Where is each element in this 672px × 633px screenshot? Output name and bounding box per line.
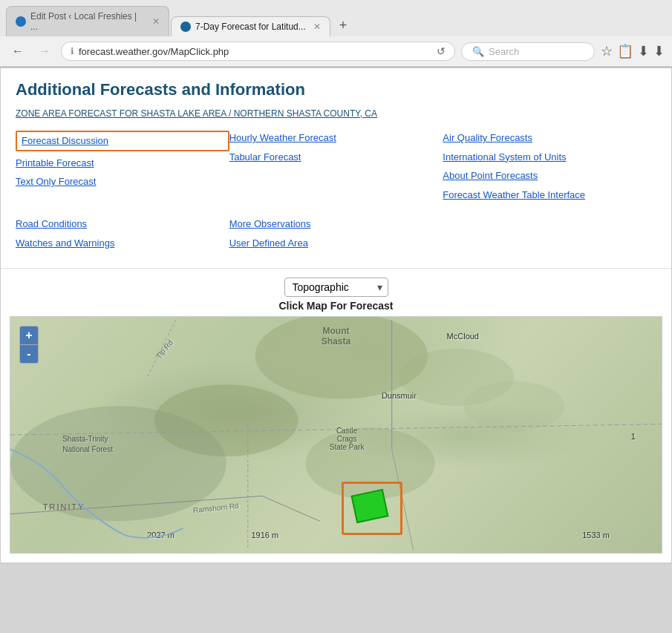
link-hourly-weather[interactable]: Hourly Weather Forecast bbox=[229, 131, 443, 145]
label-mount-shasta: MountShasta bbox=[322, 326, 350, 347]
map-type-dropdown[interactable]: Topographic Satellite Street bbox=[284, 278, 388, 297]
links-col-3-row2 bbox=[443, 214, 656, 253]
link-intl-units[interactable]: International System of Units bbox=[443, 150, 656, 165]
map-container[interactable]: MountShasta McCloud Dunsmuir CastleCrags… bbox=[10, 316, 662, 554]
label-elev-2027: 2027 m bbox=[147, 531, 174, 539]
forecasts-panel: Additional Forecasts and Information ZON… bbox=[1, 68, 671, 269]
info-icon: ℹ bbox=[71, 46, 74, 56]
tab-close-1[interactable]: ✕ bbox=[152, 16, 160, 27]
link-user-defined-area[interactable]: User Defined Area bbox=[229, 236, 443, 251]
label-mccloud: McCloud bbox=[447, 332, 479, 341]
pocket-icon[interactable]: ⬇ bbox=[638, 43, 649, 59]
download-icon[interactable]: ⬇ bbox=[653, 43, 665, 59]
tab-edit-post[interactable]: Edit Post ‹ Local Freshies | ... ✕ bbox=[6, 6, 169, 36]
label-trinity: TRINITY bbox=[43, 502, 85, 511]
links-col-1: Forecast Discussion Printable Forecast T… bbox=[16, 128, 229, 205]
tab-favicon-wp bbox=[16, 16, 26, 27]
link-road-conditions[interactable]: Road Conditions bbox=[16, 217, 229, 232]
map-inner: MountShasta McCloud Dunsmuir CastleCrags… bbox=[10, 317, 662, 553]
link-text-only-forecast[interactable]: Text Only Forecast bbox=[16, 174, 229, 189]
tab-close-2[interactable]: ✕ bbox=[313, 22, 321, 32]
links-grid-row2: Road Conditions Watches and Warnings Mor… bbox=[16, 214, 656, 253]
label-shasta-trinity: Shasta-TrinityNational Forest bbox=[62, 434, 113, 455]
reading-list-icon[interactable]: 📋 bbox=[617, 43, 633, 59]
search-box[interactable]: 🔍 Search bbox=[461, 42, 595, 61]
browser-chrome: Edit Post ‹ Local Freshies | ... ✕ 7-Day… bbox=[0, 0, 672, 68]
links-col-2: Hourly Weather Forecast Tabular Forecast bbox=[229, 128, 443, 205]
tab-favicon-nws bbox=[180, 22, 191, 32]
section-title: Additional Forecasts and Information bbox=[16, 80, 656, 99]
zoom-out-button[interactable]: - bbox=[20, 345, 38, 363]
link-forecast-weather-table[interactable]: Forecast Weather Table Interface bbox=[443, 188, 656, 203]
label-elev-1: 1 bbox=[631, 432, 636, 441]
back-button[interactable]: ← bbox=[7, 41, 28, 62]
bookmark-icon[interactable]: ☆ bbox=[601, 43, 613, 59]
link-air-quality[interactable]: Air Quality Forecasts bbox=[443, 131, 656, 145]
map-controls: Topographic Satellite Street Click Map F… bbox=[10, 278, 662, 312]
zone-link[interactable]: ZONE AREA FORECAST FOR SHASTA LAKE AREA … bbox=[16, 108, 656, 119]
refresh-button[interactable]: ↺ bbox=[437, 45, 446, 57]
link-watches-warnings[interactable]: Watches and Warnings bbox=[16, 236, 229, 251]
label-elev-1916: 1916 m bbox=[251, 531, 278, 539]
nav-bar: ← → ℹ forecast.weather.gov/MapClick.php … bbox=[0, 36, 672, 67]
tab-forecast-label: 7-Day Forecast for Latitud... bbox=[195, 22, 306, 32]
address-text: forecast.weather.gov/MapClick.php bbox=[79, 46, 432, 57]
search-icon: 🔍 bbox=[472, 46, 484, 57]
links-col-1-row2: Road Conditions Watches and Warnings bbox=[16, 214, 229, 253]
map-type-dropdown-wrapper[interactable]: Topographic Satellite Street bbox=[284, 278, 388, 297]
map-dropdown-row: Topographic Satellite Street bbox=[284, 278, 388, 297]
label-elev-1533: 1533 m bbox=[582, 531, 610, 539]
new-tab-button[interactable]: + bbox=[332, 15, 355, 36]
links-grid: Forecast Discussion Printable Forecast T… bbox=[16, 128, 656, 205]
tab-edit-post-label: Edit Post ‹ Local Freshies | ... bbox=[30, 11, 145, 32]
nav-icons: ☆ 📋 ⬇ ⬇ bbox=[601, 43, 665, 59]
links-col-2-row2: More Observations User Defined Area bbox=[229, 214, 443, 253]
link-tabular-forecast[interactable]: Tabular Forecast bbox=[229, 150, 443, 165]
tab-bar: Edit Post ‹ Local Freshies | ... ✕ 7-Day… bbox=[0, 0, 672, 36]
links-col-3: Air Quality Forecasts International Syst… bbox=[443, 128, 656, 205]
link-printable-forecast[interactable]: Printable Forecast bbox=[16, 156, 229, 171]
address-bar[interactable]: ℹ forecast.weather.gov/MapClick.php ↺ bbox=[61, 42, 455, 61]
forward-button[interactable]: → bbox=[34, 41, 55, 62]
link-about-point[interactable]: About Point Forecasts bbox=[443, 168, 656, 183]
tab-forecast[interactable]: 7-Day Forecast for Latitud... ✕ bbox=[171, 16, 330, 36]
label-castle-crags: CastleCragsState Park bbox=[330, 427, 365, 451]
label-dunsmuir: Dunsmuir bbox=[382, 391, 417, 400]
page-content: Additional Forecasts and Information ZON… bbox=[0, 68, 672, 563]
map-section: Topographic Satellite Street Click Map F… bbox=[1, 269, 671, 563]
link-forecast-discussion[interactable]: Forecast Discussion bbox=[16, 131, 229, 151]
map-instruction: Click Map For Forecast bbox=[278, 300, 393, 312]
search-placeholder: Search bbox=[489, 46, 519, 57]
zoom-controls: + - bbox=[19, 326, 39, 364]
link-more-observations[interactable]: More Observations bbox=[229, 217, 443, 232]
zoom-in-button[interactable]: + bbox=[20, 327, 38, 344]
